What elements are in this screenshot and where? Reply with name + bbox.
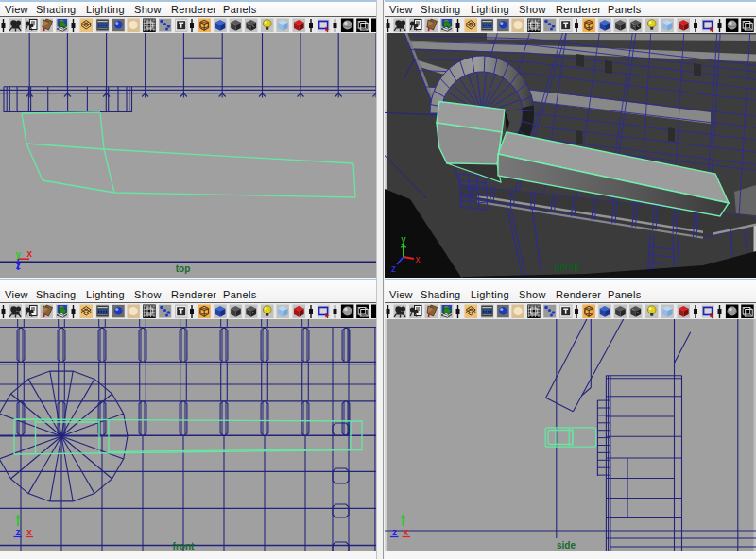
svg-text:z: z — [391, 263, 396, 274]
svg-text:top: top — [176, 263, 191, 273]
svg-text:z: z — [392, 527, 397, 537]
svg-text:y: y — [402, 233, 406, 244]
svg-text:y: y — [16, 249, 22, 260]
svg-text:front: front — [173, 540, 195, 551]
svg-text:z: z — [16, 261, 21, 271]
svg-text:side: side — [557, 540, 576, 551]
svg-text:x: x — [404, 527, 409, 537]
svg-text:x: x — [26, 527, 32, 537]
svg-text:x: x — [416, 253, 421, 263]
svg-text:persp: persp — [554, 262, 579, 272]
svg-text:z: z — [16, 527, 21, 537]
svg-text:x: x — [27, 247, 33, 258]
